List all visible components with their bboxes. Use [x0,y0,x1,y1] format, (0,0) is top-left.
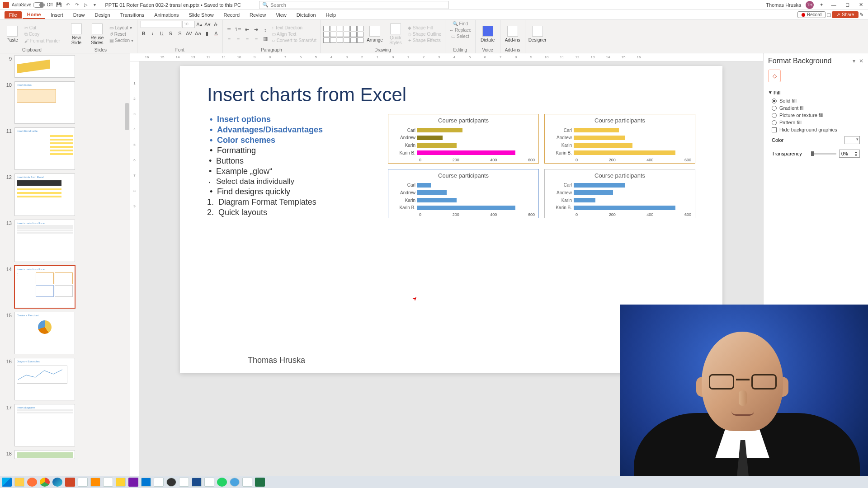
present-teams-icon[interactable]: ▢ [826,12,831,18]
line-spacing-icon[interactable]: ↕ [262,26,269,33]
decrease-font-icon[interactable]: A▾ [204,21,211,28]
taskbar-app-icon[interactable] [242,478,252,487]
chart-3[interactable]: Course participantsCarlAndrewKarinKarin … [388,169,539,219]
check-hide-bg[interactable]: Hide background graphics [769,126,863,133]
addins-button[interactable]: Add-ins [503,25,522,43]
reset-button[interactable]: ↺ Reset [108,31,134,37]
clear-format-icon[interactable]: A̶ [212,21,219,28]
from-beginning-icon[interactable]: ▷ [83,2,89,8]
qat-more-icon[interactable]: ▾ [92,2,98,8]
thumbnail-slide-15[interactable]: 15Create a Pie chart [2,312,127,354]
align-right-icon[interactable]: ≡ [244,35,251,42]
align-center-icon[interactable]: ≡ [235,35,242,42]
tab-draw[interactable]: Draw [69,11,90,19]
taskbar-whatsapp-icon[interactable] [217,478,227,487]
select-button[interactable]: ▭ Select [450,33,470,39]
tab-slideshow[interactable]: Slide Show [184,11,218,19]
close-button[interactable]: ✕ [856,2,865,8]
replace-button[interactable]: ↔ Replace [448,27,472,33]
section-button[interactable]: ▤ Section ▾ [108,38,134,43]
tab-design[interactable]: Design [90,11,114,19]
taskbar-explorer-icon[interactable] [14,478,24,487]
tab-record[interactable]: Record [219,11,244,19]
slide-text-body[interactable]: Insert options Advantages/Disadvantages … [207,114,379,218]
tab-help[interactable]: Help [321,11,341,19]
taskbar-app-icon[interactable] [103,478,113,487]
panel-options-icon[interactable]: ▾ [853,58,855,64]
radio-picture-fill[interactable]: Picture or texture fill [769,112,863,119]
file-name[interactable]: PPTE 01 Roter Faden 002-2 transl en.pptx… [105,2,241,8]
decrease-indent-icon[interactable]: ⇤ [244,26,251,33]
reuse-slides-button[interactable]: Reuse Slides [88,23,107,46]
slide-title[interactable]: Insert charts from Excel [207,84,695,106]
taskbar-app-icon[interactable] [192,478,202,487]
increase-indent-icon[interactable]: ⇥ [253,26,260,33]
panel-close-icon[interactable]: ✕ [859,58,863,64]
chart-1[interactable]: Course participantsCarlAndrewKarinKarin … [388,114,539,164]
justify-icon[interactable]: ≡ [253,35,260,42]
align-text-button[interactable]: ▭ Align Text [271,31,317,37]
shape-effects-button[interactable]: ✦ Shape Effects [407,38,442,43]
record-button[interactable]: Record [797,11,826,18]
search-box[interactable]: 🔍 Search [259,1,449,9]
bold-icon[interactable]: B [140,30,147,37]
arrange-button[interactable]: Arrange [365,25,384,43]
tab-dictation[interactable]: Dictation [292,11,321,19]
taskbar-app-icon[interactable] [154,478,164,487]
taskbar-onenote-icon[interactable] [128,478,138,487]
chart-2[interactable]: Course participantsCarlAndrewKarinKarin … [544,114,695,164]
underline-icon[interactable]: U [158,30,165,37]
user-avatar[interactable]: TH [806,1,814,9]
start-button[interactable] [2,478,12,487]
thumbnail-slide-14[interactable]: 14Insert charts from Excel••• [2,266,127,308]
shape-fill-button[interactable]: ◆ Shape Fill [407,25,442,31]
undo-icon[interactable]: ↶ [65,2,71,8]
font-color-icon[interactable]: A [212,30,220,37]
taskbar-app-icon[interactable] [179,478,189,487]
spacing-icon[interactable]: AV [185,30,193,37]
thumbnails-scrollbar[interactable] [124,53,130,476]
strike-icon[interactable]: S̶ [167,30,175,37]
taskbar-app-icon[interactable] [90,478,100,487]
share-button[interactable]: ↗ Share [832,11,859,18]
increase-font-icon[interactable]: A▴ [196,21,203,28]
user-name[interactable]: Thomas Hruska [766,2,801,8]
format-painter-button[interactable]: 🖌 Format Painter [24,38,61,44]
autosave-toggle[interactable]: AutoSave Off [12,2,53,8]
paste-button[interactable]: Paste [3,25,22,43]
taskbar-app-icon[interactable] [116,478,126,487]
quick-styles-button[interactable]: Quick Styles [386,23,405,46]
slide-thumbnails[interactable]: 910Insert tables11Insert Excel table12In… [0,53,130,476]
highlight-icon[interactable]: ▮ [203,30,211,37]
taskbar-excel-icon[interactable] [255,478,265,487]
thumbnail-slide-11[interactable]: 11Insert Excel table [2,127,127,170]
autosave-switch[interactable] [33,2,45,8]
radio-pattern-fill[interactable]: Pattern fill [769,119,863,126]
designer-button[interactable]: Designer [528,25,547,43]
windows-taskbar[interactable] [0,476,868,488]
transparency-spinner[interactable]: 0%▲▼ [839,150,860,158]
shapes-gallery[interactable] [323,26,363,43]
tab-animations[interactable]: Animations [150,11,183,19]
case-icon[interactable]: Aa [194,30,202,37]
thumbnail-slide-12[interactable]: 12Insert table from Excel [2,174,127,216]
taskbar-app-icon[interactable] [230,478,240,487]
italic-icon[interactable]: I [149,30,156,37]
fill-category-icon[interactable]: ◇ [768,70,781,82]
new-slide-button[interactable]: New Slide [67,23,86,46]
numbering-icon[interactable]: 1≣ [235,26,242,33]
shape-outline-button[interactable]: ◇ Shape Outline [407,31,442,37]
tab-review[interactable]: Review [245,11,270,19]
radio-solid-fill[interactable]: Solid fill [769,97,863,104]
thumbnail-slide-10[interactable]: 10Insert tables [2,81,127,124]
redo-icon[interactable]: ↷ [74,2,80,8]
maximize-button[interactable]: ◻ [843,2,852,8]
tab-insert[interactable]: Insert [46,11,68,19]
font-name-box[interactable] [141,21,181,28]
tab-file[interactable]: File [5,11,22,19]
radio-gradient-fill[interactable]: Gradient fill [769,104,863,112]
minimize-button[interactable]: — [829,2,838,8]
fill-section-header[interactable]: ▾ Fill [769,88,863,97]
layout-button[interactable]: ▭ Layout ▾ [108,25,134,31]
coming-soon-icon[interactable]: ✦ [818,2,825,8]
